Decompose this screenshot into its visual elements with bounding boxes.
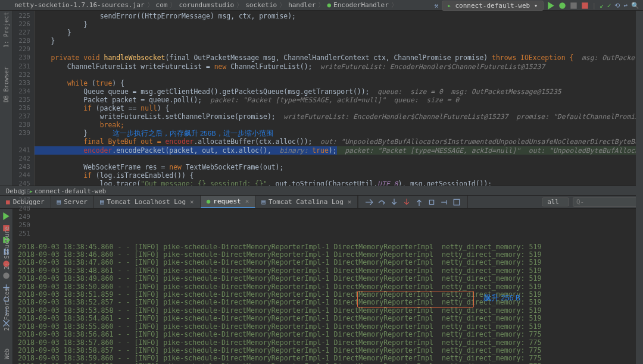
step-into-icon[interactable] [391,199,398,206]
log-level-select[interactable]: all [542,197,569,206]
console-panel: 飙升 256 B 2018-09-03 18:38:45.860 - - [IN… [0,209,643,364]
run-toolbar: ⚒ ▸ connect-default-web ▾ | ↙ ✓ ⟲ ↩ 🔍 [435,1,639,11]
pipe-sep: | [592,2,597,10]
log-line: 2018-09-03 18:38:51.859 - - [INFO] pike-… [18,291,638,299]
log-line: 2018-09-03 18:38:48.861 - - [INFO] pike-… [18,267,638,275]
svg-rect-5 [454,199,460,205]
run-config-select[interactable]: ▸ connect-default-web ▾ [442,1,543,11]
log-line: 2018-09-03 18:38:45.860 - - [INFO] pike-… [18,243,638,251]
breadcrumb-pkg[interactable]: socketio [245,1,277,9]
stop-icon[interactable] [581,2,589,10]
chevron-right-icon: 〉 [170,1,176,10]
log-search-input[interactable]: Q- [573,197,638,207]
log-line: 2018-09-03 18:38:57.860 - - [INFO] pike-… [18,339,638,347]
debug-icon[interactable] [558,2,566,10]
breadcrumb-pkg[interactable]: handler [288,1,316,9]
log-line: 2018-09-03 18:38:58.857 - - [INFO] pike-… [18,347,638,354]
run-to-cursor-icon[interactable] [441,199,448,206]
chevron-right-icon: 〉 [147,1,154,10]
log-line: 2018-09-03 18:38:47.860 - - [INFO] pike-… [18,259,638,266]
sidebar-item-favorites[interactable]: 2: Favorites [4,288,10,331]
svg-rect-2 [582,2,588,8]
tab-request[interactable]: ●request× [201,196,256,208]
log-line: 2018-09-03 18:38:46.860 - - [INFO] pike-… [18,251,638,259]
breadcrumb-pkg[interactable]: corundumstudio [179,1,234,9]
step-over-icon[interactable] [378,199,385,206]
search-icon[interactable]: 🔍 [631,2,639,10]
debug-config: connect-default-web [35,187,106,194]
annotation-label: 飙升 256 B [483,294,520,302]
rerun-icon[interactable] [2,212,10,220]
git-commit-icon[interactable]: ✓ [607,2,611,10]
annotation-box [357,291,474,307]
sidebar-item-db[interactable]: DB Browser [3,67,10,102]
chevron-right-icon: 〉 [391,1,398,10]
log-line: 2018-09-03 18:38:49.860 - - [INFO] pike-… [18,275,638,283]
git-revert-icon[interactable]: ↩ [623,2,628,10]
chevron-right-icon: 〉 [236,1,243,10]
debug-toolwindow-header[interactable]: Debug ▸ connect-default-web [0,186,643,196]
line-gutter[interactable]: 2252262272282292302312322332342352362372… [13,11,35,186]
right-tool-rail [636,11,643,364]
tab-server[interactable]: ▤Server [51,196,94,208]
log-line: 2018-09-03 18:38:53.858 - - [INFO] pike-… [18,307,638,315]
close-icon: × [245,197,249,205]
log-line: 2018-09-03 18:38:55.860 - - [INFO] pike-… [18,323,638,331]
log-line: 2018-09-03 18:38:54.861 - - [INFO] pike-… [18,315,638,322]
coverage-icon[interactable] [570,2,578,10]
svg-rect-1 [570,2,576,8]
breadcrumb-pkg[interactable]: com [156,1,168,9]
console-output[interactable]: 飙升 256 B 2018-09-03 18:38:45.860 - - [IN… [13,209,643,364]
left-bottom-rail: 2: Structure 2: Favorites Web [0,227,13,364]
tab-tomcat-catalina[interactable]: ▤Tomcat Catalina Log× [255,196,358,208]
chevron-right-icon: 〉 [318,1,324,10]
step-out-icon[interactable] [416,199,423,206]
sidebar-item-project[interactable]: 1: Project [3,12,10,48]
svg-point-0 [559,2,565,8]
left-tool-rail: 1: Project DB Browser [0,11,13,186]
code-area[interactable]: sendError((HttpErrorMessage) msg, ctx, p… [35,11,636,186]
close-icon: × [348,198,352,206]
run-icon[interactable] [547,2,555,10]
svg-rect-4 [447,200,447,204]
log-line: 2018-09-03 18:38:50.860 - - [INFO] pike-… [18,283,638,291]
step-toolbar [358,196,468,208]
chevron-right-icon: 〉 [279,1,286,10]
show-exec-point-icon[interactable] [366,199,373,206]
breadcrumb-class[interactable]: EncoderHandler [333,1,389,9]
sidebar-item-web[interactable]: Web [4,349,10,359]
force-step-into-icon[interactable] [403,199,410,206]
breadcrumb-jar[interactable]: netty-socketio-1.7.16-sources.jar [14,1,145,9]
git-history-icon[interactable]: ⟲ [614,2,620,10]
close-icon: × [190,198,194,206]
log-line: 2018-09-03 18:38:59.860 - - [INFO] pike-… [18,354,638,362]
svg-rect-3 [430,200,434,204]
sidebar-item-structure[interactable]: 2: Structure [4,227,10,269]
git-update-icon[interactable]: ↙ [600,2,604,10]
circle-icon: ● [327,1,331,9]
tab-tomcat-localhost[interactable]: ▤Tomcat Localhost Log× [94,196,201,208]
log-line: 2018-09-03 18:38:56.861 - - [INFO] pike-… [18,331,638,338]
hammer-icon[interactable]: ⚒ [435,2,439,10]
log-line: 2018-09-03 18:38:52.857 - - [INFO] pike-… [18,299,638,306]
editor: 1: Project DB Browser 225226227228229230… [0,11,643,186]
drop-frame-icon[interactable] [428,199,435,206]
evaluate-icon[interactable] [453,199,460,206]
debug-tabs: ■Debugger ▤Server ▤Tomcat Localhost Log×… [0,196,643,209]
